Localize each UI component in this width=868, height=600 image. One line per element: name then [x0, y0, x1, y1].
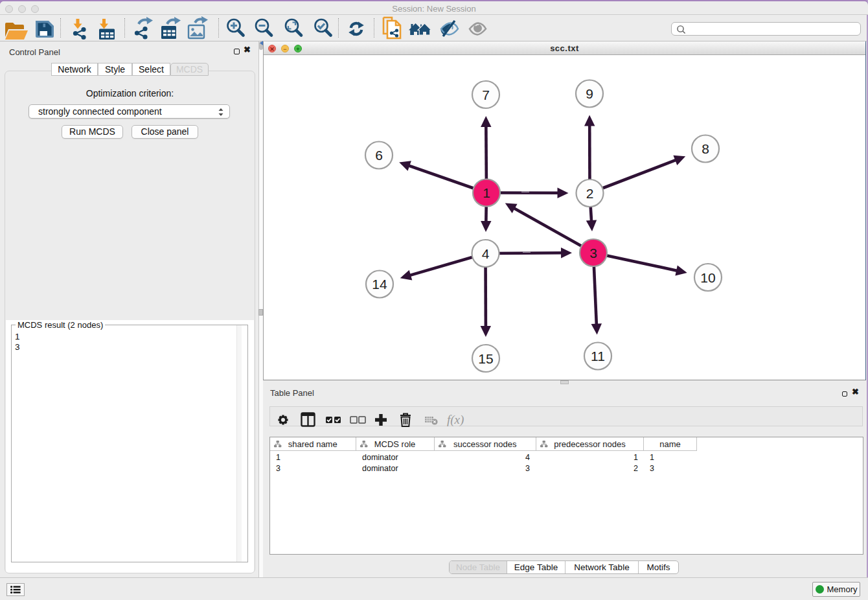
svg-text:9: 9 — [586, 86, 593, 101]
svg-text:8: 8 — [702, 141, 709, 156]
svg-text:11: 11 — [591, 349, 605, 363]
svg-text:f(x): f(x) — [447, 413, 464, 427]
svg-text:15: 15 — [478, 351, 493, 366]
svg-text:3: 3 — [589, 246, 597, 260]
svg-text:1: 1 — [483, 185, 490, 200]
svg-text:2: 2 — [586, 186, 594, 201]
svg-text:10: 10 — [700, 270, 715, 285]
svg-text:6: 6 — [375, 148, 383, 163]
svg-text:4: 4 — [482, 246, 490, 261]
svg-text:7: 7 — [482, 87, 490, 102]
svg-text:14: 14 — [372, 277, 387, 292]
